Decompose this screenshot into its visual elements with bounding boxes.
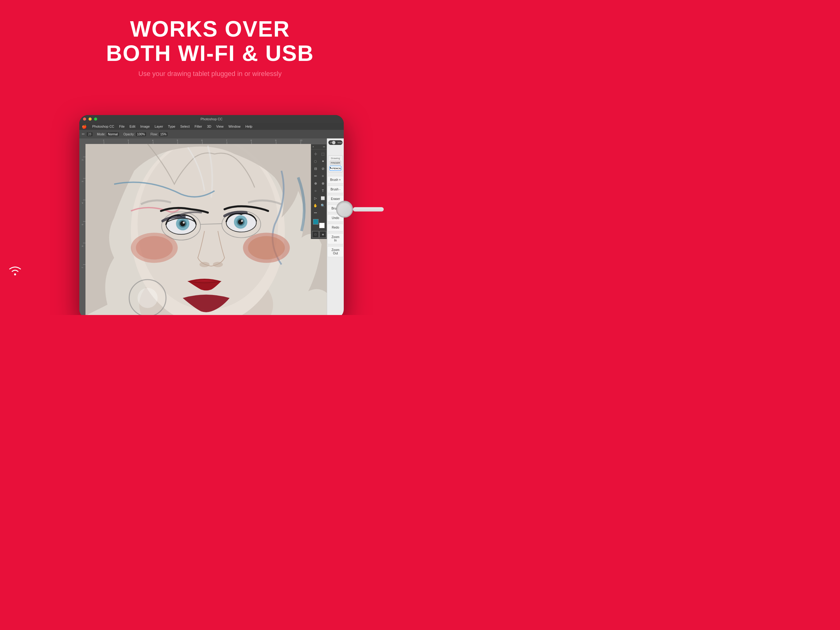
eyedropper-tool[interactable]: ⊘ (319, 165, 326, 172)
svg-point-52 (136, 236, 173, 259)
ruler-left-ticks: 2 3 4 5 6 7 (79, 138, 85, 315)
svg-text:5: 5 (177, 139, 178, 141)
svg-point-42 (183, 222, 185, 224)
main-title: WORKS OVER BOTH Wi-Fi & USB (0, 17, 420, 65)
svg-point-48 (241, 220, 243, 222)
opacity-label: Opacity: (123, 133, 135, 136)
pencil-tool[interactable]: ⌗ (319, 173, 326, 179)
zoom-in-button[interactable]: Zoom In (327, 233, 344, 244)
quick-mask-mode[interactable]: ◈ (319, 231, 326, 238)
mode-value[interactable]: Normal (107, 132, 119, 136)
drawing-label: Drawing (330, 157, 341, 160)
zoom-tool[interactable]: 🔍 (319, 202, 326, 209)
marquee-tool[interactable]: ⬚ (319, 150, 326, 157)
svg-point-0 (14, 274, 16, 275)
brush-size[interactable]: 28 (87, 132, 93, 136)
svg-text:8: 8 (251, 139, 252, 141)
menu-3d[interactable]: 3D (204, 125, 214, 128)
canvas-area: 2 3 4 5 6 7 8 9 (79, 138, 344, 315)
clone-tool[interactable]: ⊕ (312, 180, 319, 187)
standard-mode[interactable]: □ (312, 231, 319, 238)
svg-point-50 (213, 262, 223, 267)
mac-label: Mac (338, 141, 342, 144)
menu-layer[interactable]: Layer (152, 125, 166, 128)
redo-button[interactable]: Redo (327, 224, 344, 231)
svg-point-47 (238, 219, 243, 225)
menu-photoshop[interactable]: Photoshop CC (90, 125, 117, 128)
svg-text:5: 5 (82, 224, 84, 225)
menu-help[interactable]: Help (243, 125, 255, 128)
header-section: WORKS OVER BOTH Wi-Fi & USB Use your dra… (0, 0, 420, 78)
title-line2: BOTH Wi-Fi & USB (106, 41, 314, 65)
foreground-color-swatch[interactable] (313, 219, 319, 225)
crop-tool[interactable]: ⊟ (312, 165, 319, 172)
close-dot[interactable] (83, 117, 86, 120)
usb-cable (353, 207, 384, 211)
mode-panel: Drawing FINGER ✎PENCIL (328, 155, 343, 172)
ruler-top: 2 3 4 5 6 7 8 9 (85, 138, 327, 144)
finger-button[interactable]: FINGER (330, 161, 341, 165)
brush-tool[interactable]: ✏ (312, 173, 319, 179)
color-swatches (312, 218, 326, 230)
flow-value[interactable]: 15% (159, 132, 167, 136)
subtitle: Use your drawing tablet plugged in or wi… (0, 70, 420, 78)
titlebar: Photoshop CC (79, 115, 344, 123)
lasso-tool[interactable]: ◌ (312, 158, 319, 165)
tablet-wrapper: Photoshop CC 🍎 Photoshop CC File Edit Im… (64, 115, 356, 315)
svg-point-54 (248, 236, 285, 259)
menu-window[interactable]: Window (226, 125, 243, 128)
maximize-dot[interactable] (94, 117, 97, 120)
tools-expand-icon[interactable]: ⇔ (323, 145, 325, 148)
svg-text:9: 9 (275, 139, 276, 141)
dodge-tool[interactable]: ○ (312, 187, 319, 194)
shape-tool[interactable]: ⬜ (319, 195, 326, 201)
svg-text:2: 2 (82, 159, 84, 161)
connection-bar: iPad Mac (328, 140, 343, 145)
menu-view[interactable]: View (214, 125, 226, 128)
background-color-swatch[interactable] (319, 223, 325, 228)
toolbar-flow-section: Flow: 15% (150, 132, 167, 136)
zoom-out-button[interactable]: Zoom Out (327, 246, 344, 257)
burn-tool[interactable]: T (319, 187, 326, 194)
svg-point-41 (180, 221, 185, 226)
tools-panel-header: × ⇔ (311, 144, 327, 149)
pen-tool[interactable]: ▷ (312, 195, 319, 201)
minimize-dot[interactable] (88, 117, 92, 120)
svg-point-59 (137, 288, 158, 308)
usb-circle (336, 201, 353, 218)
brush-icon: ✏ (82, 132, 85, 136)
ruler-left: 2 3 4 5 6 7 (79, 138, 85, 315)
menu-filter[interactable]: Filter (192, 125, 204, 128)
pencil-button[interactable]: ✎PENCIL (330, 166, 341, 171)
opacity-value[interactable]: 100% (136, 132, 146, 136)
menu-image[interactable]: Image (138, 125, 152, 128)
title-line1: WORKS OVER (130, 17, 290, 41)
svg-text:6: 6 (82, 245, 84, 247)
apple-logo: 🍎 (82, 124, 87, 129)
move-tool[interactable]: ⊹ (312, 150, 319, 157)
menu-type[interactable]: Type (166, 125, 178, 128)
heal-tool[interactable]: ⊗ (319, 180, 326, 187)
toolbar-mode-section: Mode: Normal (97, 132, 119, 136)
tools-grid: ⊹ ⬚ ◌ ✦ ⊟ ⊘ ✏ ⌗ ⊕ ⊗ (311, 149, 327, 217)
menu-file[interactable]: File (117, 125, 127, 128)
menu-select[interactable]: Select (178, 125, 192, 128)
tools-close-icon[interactable]: × (313, 145, 314, 148)
extra-tool[interactable]: ••• (312, 209, 319, 216)
svg-text:4: 4 (152, 139, 153, 141)
menu-edit[interactable]: Edit (127, 125, 138, 128)
magic-wand-tool[interactable]: ✦ (319, 158, 326, 165)
svg-text:2: 2 (103, 139, 104, 141)
mask-icons: □ ◈ (311, 230, 327, 239)
svg-point-49 (199, 262, 210, 267)
ruler-top-ticks: 2 3 4 5 6 7 8 9 (85, 138, 327, 144)
wifi-icon (8, 264, 22, 278)
brush-plus-button[interactable]: Brush + (327, 176, 344, 184)
hand-tool[interactable]: ✋ (312, 202, 319, 209)
svg-rect-1 (85, 138, 327, 144)
ipad-sidebar: iPad Mac Drawing FINGER ✎PENCIL (327, 138, 344, 315)
toolbar: ✏ 28 Mode: Normal Opacity: 100% Flow: 15… (79, 130, 344, 138)
brush-minus-button[interactable]: Brush - (327, 185, 344, 193)
canvas-painting[interactable] (85, 144, 327, 315)
svg-text:10: 10 (300, 139, 302, 141)
